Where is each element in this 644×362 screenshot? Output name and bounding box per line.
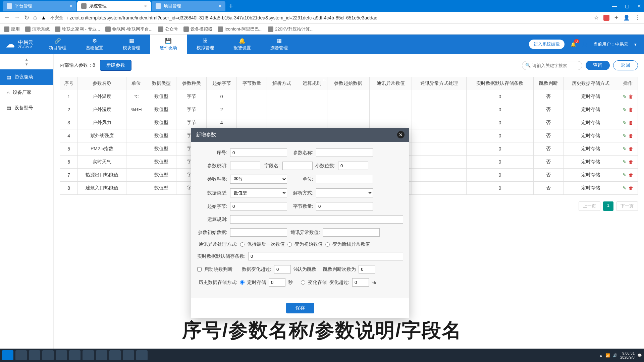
enter-system-button[interactable]: 进入系统编辑: [529, 40, 565, 49]
edit-icon[interactable]: ✎: [623, 107, 627, 112]
decimal-input[interactable]: [338, 162, 368, 170]
bookmark-item[interactable]: 物联之家网 - 专业...: [55, 26, 100, 32]
radio-keep[interactable]: [240, 242, 245, 247]
radio-hist-change[interactable]: [301, 280, 305, 285]
init-input[interactable]: [230, 228, 287, 237]
seq-input[interactable]: [230, 148, 287, 157]
tab-platform[interactable]: 平台管理×: [3, 1, 76, 11]
taskbar-icon[interactable]: [29, 350, 40, 360]
taskbar-icon[interactable]: [42, 350, 54, 360]
taskbar-icon[interactable]: [123, 350, 134, 360]
clock[interactable]: 9:06:312020/9/8: [620, 351, 635, 359]
name-input[interactable]: [316, 148, 373, 157]
nav-item-2[interactable]: ▦模块管理: [113, 35, 150, 54]
notification-center-icon[interactable]: 💬: [637, 353, 642, 358]
rtcount-input[interactable]: [248, 252, 403, 260]
field-input[interactable]: [282, 162, 313, 170]
extensions-icon[interactable]: ✦: [614, 14, 619, 21]
hist-pct-input[interactable]: [352, 278, 369, 287]
delete-icon[interactable]: 🗑: [629, 94, 633, 99]
delete-icon[interactable]: 🗑: [629, 146, 633, 152]
parse-select[interactable]: [316, 188, 373, 197]
nav-item-6[interactable]: ▦溯源管理: [261, 35, 298, 54]
query-button[interactable]: 查询: [586, 61, 610, 70]
close-icon[interactable]: ×: [70, 3, 72, 9]
new-param-button[interactable]: 新建参数: [100, 60, 131, 71]
radio-hist-timed[interactable]: [240, 280, 245, 285]
tab-project[interactable]: 项目管理×: [152, 1, 225, 11]
start-input[interactable]: [230, 202, 287, 210]
menu-icon[interactable]: ⋮: [635, 14, 640, 21]
nav-item-3[interactable]: 💾硬件驱动: [150, 35, 187, 54]
tray-icon[interactable]: 📶: [605, 353, 610, 358]
edit-icon[interactable]: ✎: [623, 185, 627, 191]
nav-item-5[interactable]: 🔔报警设置: [224, 35, 261, 54]
change-over-input[interactable]: [274, 265, 291, 274]
maximize-icon[interactable]: ▢: [625, 3, 629, 9]
hist-sec-input[interactable]: [269, 278, 285, 287]
dialog-header[interactable]: 新增参数 ✕: [191, 128, 409, 142]
nav-item-4[interactable]: 🗄模拟管理: [187, 35, 224, 54]
unit-input[interactable]: [316, 175, 373, 183]
bookmark-item[interactable]: Iconfont-阿里巴巴...: [218, 26, 263, 32]
nav-item-1[interactable]: ⚙基础配置: [76, 35, 113, 54]
radio-init[interactable]: [287, 242, 292, 247]
bookmark-apps[interactable]: 应用: [4, 26, 20, 32]
bookmark-item[interactable]: 物联网-物联网平台...: [105, 26, 152, 32]
jump-times-input[interactable]: [359, 265, 375, 274]
star-icon[interactable]: ☆: [594, 14, 599, 21]
taskbar-icon[interactable]: [69, 350, 80, 360]
sidebar-item-0[interactable]: ▤协议驱动: [0, 69, 53, 85]
edit-icon[interactable]: ✎: [623, 120, 627, 125]
extension-icon[interactable]: [603, 15, 609, 21]
nav-item-0[interactable]: 🔗项目管理: [39, 35, 76, 54]
delete-icon[interactable]: 🗑: [629, 159, 633, 165]
bookmark-item[interactable]: 公众号: [158, 26, 178, 32]
delete-icon[interactable]: 🗑: [629, 120, 633, 125]
back-button[interactable]: 返回: [613, 60, 638, 70]
tray-icon[interactable]: 🔊: [613, 353, 618, 358]
count-input[interactable]: [316, 202, 373, 210]
prev-page-button[interactable]: 上一页: [579, 201, 600, 211]
current-user-label[interactable]: 当前用户：中易云: [593, 41, 628, 47]
home-icon[interactable]: ⌂: [33, 14, 37, 21]
edit-icon[interactable]: ✎: [623, 133, 627, 138]
close-window-icon[interactable]: ✕: [637, 3, 641, 9]
sidebar-toggle[interactable]: ▴▾: [0, 54, 53, 69]
taskbar-icon[interactable]: [136, 350, 148, 360]
bookmark-item[interactable]: 220KV升压站计算...: [268, 26, 314, 32]
desc-input[interactable]: [230, 162, 260, 170]
minimize-icon[interactable]: —: [612, 3, 617, 9]
bookmark-item[interactable]: 演示系统: [25, 26, 50, 32]
delete-icon[interactable]: 🗑: [629, 172, 633, 178]
bookmark-item[interactable]: 设备模拟器: [183, 26, 212, 32]
close-icon[interactable]: ×: [144, 3, 147, 9]
radio-break[interactable]: [325, 242, 330, 247]
taskview-icon[interactable]: [15, 350, 27, 360]
sidebar-item-2[interactable]: ▤设备型号: [0, 100, 53, 116]
url-text[interactable]: i.zeiot.cn/template/system/frame/index.h…: [67, 15, 590, 20]
edit-icon[interactable]: ✎: [623, 94, 627, 99]
edit-icon[interactable]: ✎: [623, 172, 627, 178]
close-icon[interactable]: ×: [219, 3, 221, 9]
dtype-select[interactable]: 数值型: [230, 188, 287, 197]
commerr-input[interactable]: [323, 228, 380, 237]
save-button[interactable]: 保存: [286, 303, 314, 313]
kind-select[interactable]: 字节: [230, 175, 287, 184]
taskbar-icon[interactable]: [83, 350, 94, 360]
back-icon[interactable]: ←: [4, 14, 10, 21]
edit-icon[interactable]: ✎: [623, 146, 627, 152]
tray-icon[interactable]: ▲: [599, 353, 603, 357]
tab-system[interactable]: 系统管理×: [77, 1, 151, 11]
dialog-close-button[interactable]: ✕: [397, 131, 405, 138]
rule-input[interactable]: [230, 215, 403, 224]
next-page-button[interactable]: 下一页: [616, 201, 638, 211]
delete-icon[interactable]: 🗑: [629, 133, 633, 138]
profile-icon[interactable]: 👤: [623, 14, 630, 21]
forward-icon[interactable]: →: [14, 14, 20, 21]
taskbar-icon[interactable]: [109, 350, 121, 360]
chevron-down-icon[interactable]: ▾: [634, 42, 637, 47]
notifications-button[interactable]: 🔔0: [571, 42, 576, 47]
search-input[interactable]: [522, 61, 582, 70]
new-tab-button[interactable]: +: [229, 2, 233, 10]
